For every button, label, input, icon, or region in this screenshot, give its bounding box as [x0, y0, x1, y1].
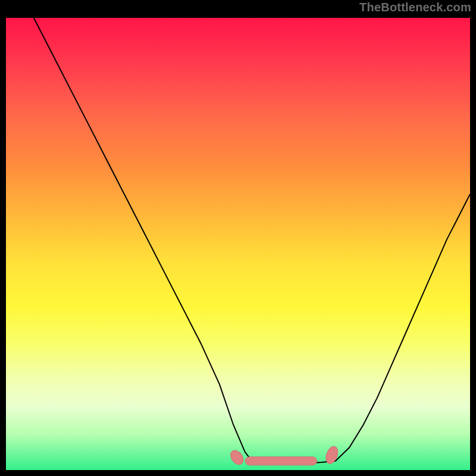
floor-marker-mid: [245, 457, 317, 465]
chart-frame: TheBottleneck.com: [0, 0, 476, 476]
bottleneck-curve: [34, 18, 470, 464]
curve-layer: [6, 18, 470, 470]
floor-marker-end-left: [228, 448, 246, 467]
plot-area: [6, 18, 470, 470]
watermark-text: TheBottleneck.com: [359, 1, 471, 13]
